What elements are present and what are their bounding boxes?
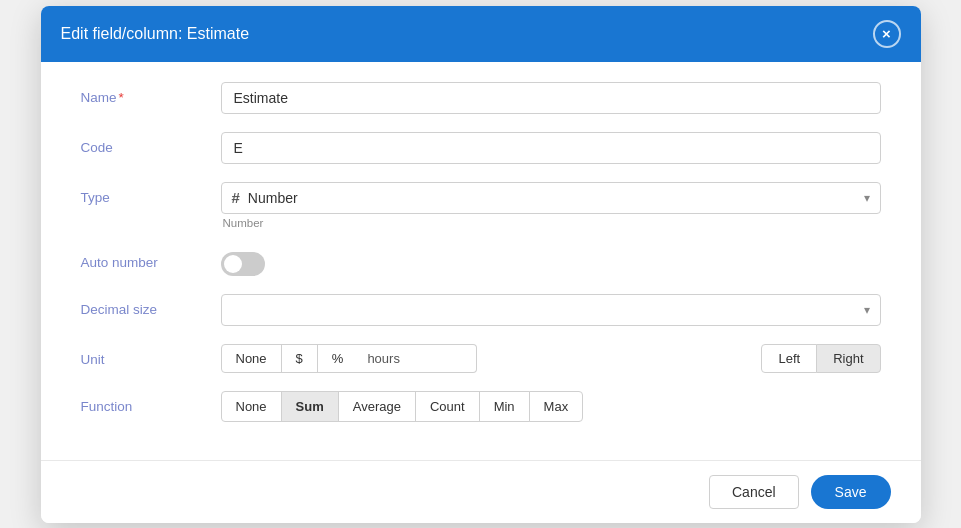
type-hint: Number (221, 217, 881, 229)
modal-backdrop: Edit field/column: Estimate × Name* Code (0, 0, 961, 528)
align-button-group: Left Right (761, 344, 880, 373)
unit-area: None $ % Left Right (221, 344, 881, 373)
type-label: Type (81, 182, 221, 205)
name-control (221, 82, 881, 114)
type-control: # Number Text Date ▾ Number (221, 182, 881, 229)
fn-min-button[interactable]: Min (479, 391, 530, 422)
decimal-size-row: Decimal size 0 1 2 ▾ (81, 294, 881, 326)
decimal-size-select[interactable]: 0 1 2 (232, 295, 870, 325)
code-row: Code (81, 132, 881, 164)
save-button[interactable]: Save (811, 475, 891, 509)
modal: Edit field/column: Estimate × Name* Code (41, 6, 921, 523)
type-row: Type # Number Text Date ▾ Number (81, 182, 881, 229)
auto-number-toggle[interactable] (221, 252, 265, 276)
unit-label: Unit (81, 344, 221, 367)
type-icon: # (232, 189, 240, 206)
function-button-group: None Sum Average Count Min Max (221, 391, 881, 422)
close-button[interactable]: × (873, 20, 901, 48)
decimal-select-wrapper: 0 1 2 ▾ (221, 294, 881, 326)
function-control: None Sum Average Count Min Max (221, 391, 881, 422)
fn-sum-button[interactable]: Sum (281, 391, 339, 422)
decimal-size-control: 0 1 2 ▾ (221, 294, 881, 326)
unit-none-button[interactable]: None (221, 344, 282, 373)
auto-number-label: Auto number (81, 247, 221, 270)
code-control (221, 132, 881, 164)
align-left-button[interactable]: Left (761, 344, 817, 373)
auto-number-control (221, 247, 881, 276)
code-input[interactable] (221, 132, 881, 164)
type-select-wrapper: # Number Text Date ▾ (221, 182, 881, 214)
name-input[interactable] (221, 82, 881, 114)
unit-percent-button[interactable]: % (317, 344, 359, 373)
unit-control: None $ % Left Right (221, 344, 881, 373)
fn-none-button[interactable]: None (221, 391, 282, 422)
name-label: Name* (81, 82, 221, 105)
modal-header: Edit field/column: Estimate × (41, 6, 921, 62)
name-row: Name* (81, 82, 881, 114)
unit-row: Unit None $ % Left Right (81, 344, 881, 373)
cancel-button[interactable]: Cancel (709, 475, 799, 509)
toggle-wrapper (221, 247, 881, 276)
unit-text-input[interactable] (357, 344, 477, 373)
align-right-button[interactable]: Right (816, 344, 880, 373)
decimal-size-label: Decimal size (81, 294, 221, 317)
modal-body: Name* Code Type # (41, 62, 921, 450)
fn-max-button[interactable]: Max (529, 391, 584, 422)
fn-count-button[interactable]: Count (415, 391, 480, 422)
fn-average-button[interactable]: Average (338, 391, 416, 422)
function-row: Function None Sum Average Count Min Max (81, 391, 881, 422)
modal-footer: Cancel Save (41, 461, 921, 523)
unit-button-group: None $ % (221, 344, 762, 373)
auto-number-row: Auto number (81, 247, 881, 276)
unit-dollar-button[interactable]: $ (281, 344, 318, 373)
code-label: Code (81, 132, 221, 155)
modal-title: Edit field/column: Estimate (61, 25, 250, 43)
toggle-slider (221, 252, 265, 276)
type-select[interactable]: Number Text Date (248, 183, 870, 213)
function-label: Function (81, 391, 221, 414)
